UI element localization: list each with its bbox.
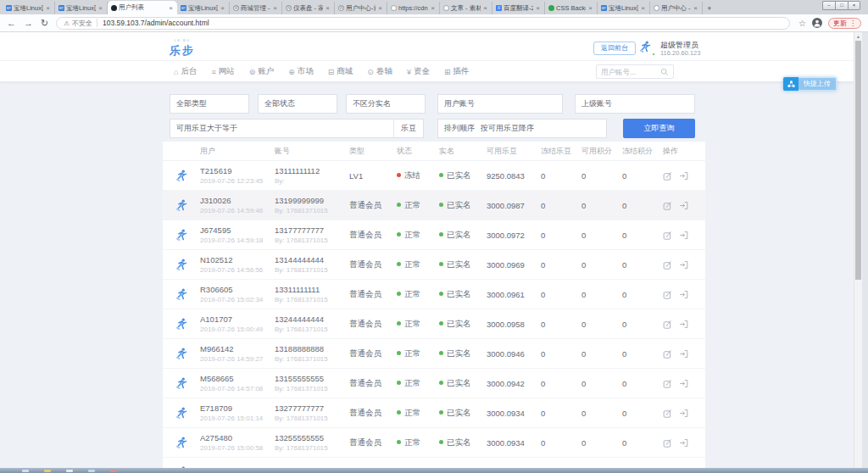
query-button[interactable]: 立即查询	[623, 119, 695, 138]
tab-close-icon[interactable]: ×	[377, 4, 383, 12]
login-as-user-icon[interactable]	[679, 379, 688, 388]
vertical-scrollbar[interactable]: ▲	[854, 32, 862, 468]
admin-avatar[interactable]	[638, 40, 655, 57]
user-id[interactable]: A101707	[200, 314, 275, 324]
browser-menu-icon[interactable]: ⋮	[849, 19, 856, 27]
ledou-filter-input[interactable]	[243, 120, 393, 137]
nav-item[interactable]: ⊞ 插件	[444, 66, 470, 77]
windows-taskbar-peek[interactable]	[0, 468, 868, 473]
browser-tab[interactable]: BT 宝塔Linux面 ×	[3, 2, 55, 14]
browser-tab[interactable]: https://cdn. ×	[387, 2, 440, 14]
tab-close-icon[interactable]: ×	[693, 4, 698, 12]
status-select[interactable]: 全部状态	[258, 94, 337, 114]
browser-tab[interactable]: W 商城管理 - 3 ×	[230, 2, 282, 14]
scrollbar-thumb[interactable]	[855, 41, 861, 280]
edit-user-icon[interactable]	[663, 290, 672, 299]
security-warning-icon[interactable]: ⚠	[64, 19, 70, 27]
realname-select[interactable]: 不区分实名	[346, 94, 426, 114]
new-tab-button[interactable]: +	[703, 4, 716, 14]
edit-user-icon[interactable]	[663, 231, 672, 240]
window-restore-button[interactable]: □	[835, 1, 848, 10]
login-as-user-icon[interactable]	[679, 438, 688, 448]
forward-icon[interactable]: →	[24, 18, 33, 28]
tab-close-icon[interactable]: ×	[45, 4, 51, 12]
login-as-user-icon[interactable]	[679, 290, 688, 299]
tab-close-icon[interactable]: ×	[97, 4, 103, 12]
type-select[interactable]: 全部类型	[170, 94, 249, 114]
edit-user-icon[interactable]	[663, 409, 672, 418]
nav-item[interactable]: ⊟ 商城	[328, 66, 353, 77]
nav-item[interactable]: ⊕ 市场	[288, 66, 314, 77]
user-avatar[interactable]	[163, 347, 200, 361]
edit-user-icon[interactable]	[663, 260, 672, 270]
edit-user-icon[interactable]	[663, 320, 672, 329]
tab-close-icon[interactable]: ×	[272, 4, 278, 12]
browser-tab[interactable]: 用户列表 ×	[108, 1, 177, 14]
tab-close-icon[interactable]: ×	[640, 4, 646, 12]
login-as-user-icon[interactable]	[679, 409, 688, 418]
edit-user-icon[interactable]	[663, 171, 672, 181]
nav-item[interactable]: ⌂ 后台	[174, 66, 197, 77]
user-avatar[interactable]	[163, 258, 200, 272]
floating-upload-badge[interactable]: 快捷上传	[783, 77, 837, 91]
order-select[interactable]: 按可用乐豆降序	[481, 123, 534, 134]
reload-icon[interactable]: ↻	[41, 18, 48, 29]
browser-tab[interactable]: 文章 - 素材 ×	[440, 2, 492, 14]
tab-close-icon[interactable]: ×	[535, 4, 541, 12]
profile-avatar-icon[interactable]	[812, 18, 822, 28]
bookmark-star-icon[interactable]: ☆	[798, 19, 806, 28]
browser-tab[interactable]: CSS Backgr ×	[545, 2, 598, 14]
scrollbar-up-arrow[interactable]: ▲	[854, 32, 862, 41]
parent-filter-input[interactable]	[618, 95, 694, 113]
browser-tab[interactable]: BT 宝塔Linux面 ×	[55, 2, 108, 14]
user-avatar[interactable]	[163, 406, 200, 420]
user-id[interactable]: M568665	[200, 374, 275, 383]
user-avatar[interactable]	[163, 228, 200, 242]
nav-item[interactable]: ⊚ 账户	[249, 66, 275, 77]
browser-tab[interactable]: 用户中心 - 1 ×	[650, 2, 703, 14]
browser-tab[interactable]: 百 百度翻译-20 ×	[492, 2, 545, 14]
nav-item[interactable]: ⊙ 卷轴	[367, 66, 392, 77]
user-id[interactable]: A275480	[200, 433, 275, 442]
search-input[interactable]	[601, 68, 660, 76]
browser-tab[interactable]: BT 宝塔Linux面 ×	[598, 2, 650, 14]
account-filter-input[interactable]	[481, 95, 562, 113]
user-avatar[interactable]	[163, 287, 200, 302]
edit-user-icon[interactable]	[663, 349, 672, 359]
user-id[interactable]: J674595	[200, 225, 275, 235]
login-as-user-icon[interactable]	[679, 320, 688, 329]
browser-tab[interactable]: W 仪表盘 - 家 ×	[282, 2, 335, 14]
user-id[interactable]: M966142	[200, 344, 275, 353]
login-as-user-icon[interactable]	[679, 349, 688, 359]
address-bar[interactable]: ⚠ 不安全 103.59.103.7/admin/account.html	[56, 17, 790, 30]
tab-close-icon[interactable]: ×	[587, 4, 593, 12]
login-as-user-icon[interactable]	[679, 260, 688, 270]
nav-item[interactable]: ¥ 资金	[407, 66, 430, 77]
edit-user-icon[interactable]	[663, 438, 672, 448]
tab-close-icon[interactable]: ×	[430, 4, 436, 12]
user-avatar[interactable]	[163, 317, 200, 331]
chrome-update-button[interactable]: 更新 ⋮	[828, 18, 861, 29]
user-id[interactable]: N102512	[200, 255, 275, 264]
window-minimize-button[interactable]: −	[822, 1, 835, 10]
url-text[interactable]: 103.59.103.7/admin/account.html	[103, 19, 209, 27]
edit-user-icon[interactable]	[663, 379, 672, 388]
user-avatar[interactable]	[163, 436, 200, 450]
tab-close-icon[interactable]: ×	[220, 4, 225, 12]
back-to-front-button[interactable]: 返回前台	[593, 42, 636, 55]
site-logo[interactable]: LE BU 乐步	[170, 38, 195, 58]
user-id[interactable]: J310026	[200, 196, 275, 205]
user-avatar[interactable]	[163, 198, 200, 213]
browser-tab[interactable]: BT 宝塔Linux面 ×	[177, 2, 230, 14]
window-close-button[interactable]: ×	[848, 1, 860, 10]
user-avatar[interactable]	[163, 169, 200, 183]
user-avatar[interactable]	[163, 376, 200, 391]
login-as-user-icon[interactable]	[679, 231, 688, 240]
edit-user-icon[interactable]	[663, 201, 672, 210]
back-icon[interactable]: ←	[7, 18, 16, 28]
user-id[interactable]: T215619	[200, 166, 275, 175]
login-as-user-icon[interactable]	[679, 171, 688, 181]
login-as-user-icon[interactable]	[679, 201, 688, 210]
user-id[interactable]: E718709	[200, 403, 275, 413]
tab-close-icon[interactable]: ×	[482, 4, 488, 12]
